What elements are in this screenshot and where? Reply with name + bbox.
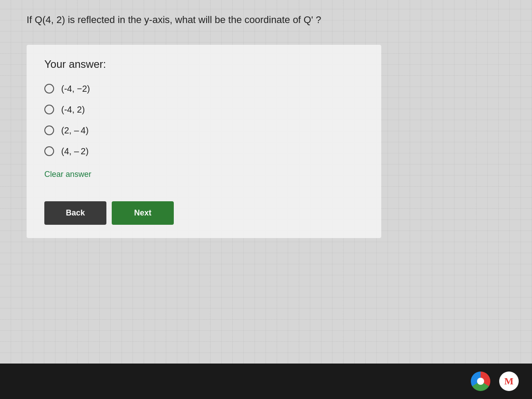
radio-option-1[interactable] — [44, 84, 54, 94]
option-1[interactable]: (-4, −2) — [44, 84, 364, 94]
question-text: If Q(4, 2) is reflected in the y-axis, w… — [27, 13, 505, 27]
gmail-icon[interactable]: M — [499, 372, 519, 391]
your-answer-label: Your answer: — [44, 58, 364, 70]
taskbar: M — [0, 364, 532, 399]
radio-option-2[interactable] — [44, 105, 54, 114]
next-button[interactable]: Next — [112, 201, 174, 225]
question-text-content: If Q(4, 2) is reflected in the y-axis, w… — [27, 14, 321, 25]
buttons-row: Back Next — [44, 201, 364, 225]
option-4-text: (4, – 2) — [61, 146, 89, 156]
options-container: (-4, −2) (-4, 2) (2, – 4) (4, – 2) — [44, 84, 364, 156]
option-2[interactable]: (-4, 2) — [44, 105, 364, 115]
radio-option-4[interactable] — [44, 146, 54, 156]
main-content: If Q(4, 2) is reflected in the y-axis, w… — [0, 0, 532, 364]
clear-answer-link[interactable]: Clear answer — [44, 170, 91, 179]
radio-option-3[interactable] — [44, 125, 54, 135]
option-2-text: (-4, 2) — [61, 105, 85, 115]
answer-card: Your answer: (-4, −2) (-4, 2) (2, – 4) (… — [27, 45, 381, 238]
option-1-text: (-4, −2) — [61, 84, 90, 94]
back-button[interactable]: Back — [44, 201, 106, 225]
option-4[interactable]: (4, – 2) — [44, 146, 364, 156]
chrome-icon[interactable] — [471, 372, 490, 391]
option-3-text: (2, – 4) — [61, 125, 89, 136]
option-3[interactable]: (2, – 4) — [44, 125, 364, 136]
